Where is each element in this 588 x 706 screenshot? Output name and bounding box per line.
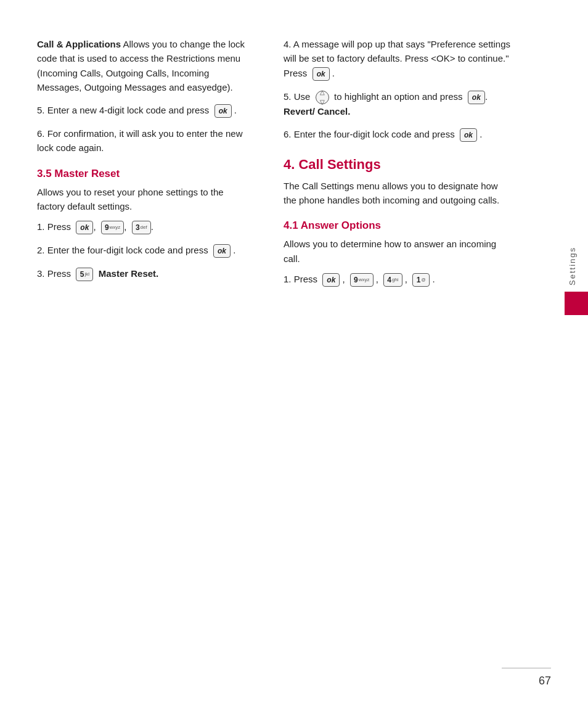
left-column: Call & Applications Allows you to change… bbox=[0, 37, 265, 669]
call-settings-heading: 4. Call Settings bbox=[284, 157, 512, 173]
ok-key-r6: ok bbox=[460, 128, 477, 142]
sidebar-label: Settings bbox=[568, 247, 577, 285]
ao-step-1: 1. Press ok , 9wxyz , 4ghi , 1@ . bbox=[284, 272, 512, 287]
intro-para: Call & Applications Allows you to change… bbox=[37, 37, 247, 94]
ok-key-r4: ok bbox=[312, 67, 330, 81]
mr-step2-pre: 2. Enter the four-digit lock code and pr… bbox=[37, 245, 208, 255]
ok-key-mr1: ok bbox=[76, 221, 93, 234]
step-5: 5. Enter a new 4-digit lock code and pre… bbox=[37, 103, 247, 118]
sidebar-bar bbox=[565, 292, 588, 315]
master-reset-heading: 3.5 Master Reset bbox=[37, 168, 247, 180]
step5-text: 5. Enter a new 4-digit lock code and pre… bbox=[37, 105, 209, 115]
r-step-4: 4. A message will pop up that says "Pref… bbox=[284, 37, 512, 81]
mr-step-2: 2. Enter the four-digit lock code and pr… bbox=[37, 243, 247, 258]
mr-step3-label: Master Reset. bbox=[99, 268, 159, 279]
ok-key: ok bbox=[214, 104, 232, 118]
step6r-pre: 6. Enter the four-digit lock code and pr… bbox=[284, 129, 455, 139]
master-reset-desc: Allows you to reset your phone settings … bbox=[37, 185, 247, 214]
r-step-6: 6. Enter the four-digit lock code and pr… bbox=[284, 127, 512, 142]
page-container: Call & Applications Allows you to change… bbox=[0, 0, 588, 706]
call-settings-desc: The Call Settings menu allows you to des… bbox=[284, 179, 512, 208]
page-number: 67 bbox=[539, 675, 551, 688]
ok-key-ao1: ok bbox=[322, 273, 340, 287]
right-column: 4. A message will pop up that says "Pref… bbox=[265, 37, 530, 669]
mr-step-1: 1. Press ok, 9wxyz, 3def. bbox=[37, 220, 247, 234]
9wxyz-key-ao1: 9wxyz bbox=[350, 273, 373, 287]
ao-step1-pre: 1. Press bbox=[284, 274, 317, 284]
mr-step1-pre: 1. Press bbox=[37, 221, 71, 232]
nav-icon: △▽ bbox=[316, 91, 329, 104]
mr-step3-pre: 3. Press bbox=[37, 268, 71, 279]
3def-key-mr1: 3def bbox=[132, 221, 151, 234]
r-step-5: 5. Use △▽ to highlight an option and pre… bbox=[284, 89, 512, 118]
9wxyz-key-mr1: 9wxyz bbox=[101, 221, 124, 234]
ok-key-r5: ok bbox=[468, 91, 485, 104]
answer-options-desc: Allows you to determine how to answer an… bbox=[284, 237, 512, 266]
1-key-ao1: 1@ bbox=[412, 273, 430, 287]
step5r-pre: 5. Use bbox=[284, 91, 310, 102]
answer-options-heading: 4.1 Answer Options bbox=[284, 220, 512, 232]
5jkl-key-mr3: 5jkl bbox=[76, 268, 93, 281]
intro-bold: Call & Applications bbox=[37, 39, 121, 49]
step5r-mid: to highlight an option and press bbox=[334, 91, 462, 102]
step5r-bold: Revert/ Cancel. bbox=[284, 106, 350, 117]
4ghi-key-ao1: 4ghi bbox=[383, 273, 402, 287]
step6-text: 6. For confirmation, it will ask you to … bbox=[37, 126, 247, 155]
ok-key-mr2: ok bbox=[213, 244, 231, 258]
intro-text: Call & Applications Allows you to change… bbox=[37, 37, 247, 94]
mr-step-3: 3. Press 5jkl Master Reset. bbox=[37, 266, 247, 281]
sidebar: Settings bbox=[530, 37, 588, 669]
main-content: Call & Applications Allows you to change… bbox=[0, 0, 588, 706]
step-6: 6. For confirmation, it will ask you to … bbox=[37, 126, 247, 155]
